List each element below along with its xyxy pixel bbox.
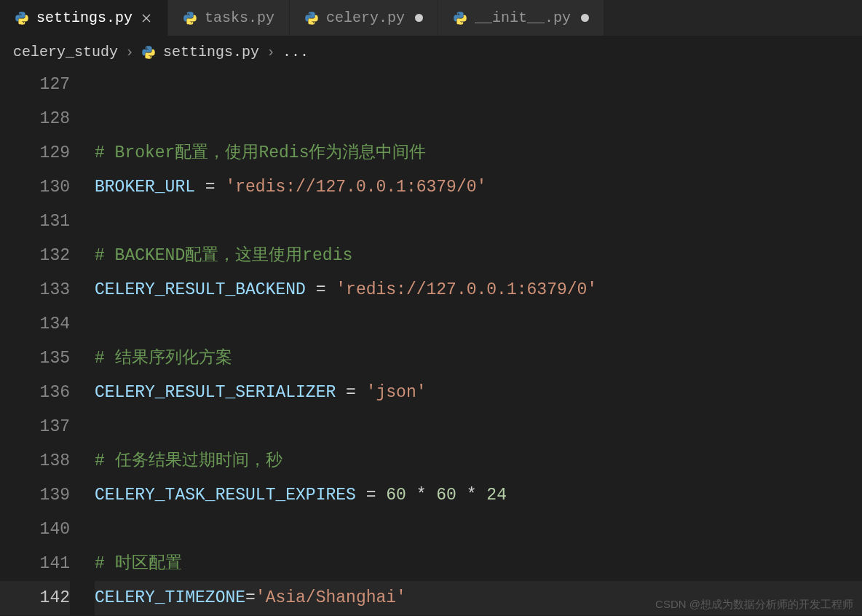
token-variable: CELERY_TIMEZONE xyxy=(95,588,245,607)
line-number: 133 xyxy=(0,273,70,307)
line-number: 128 xyxy=(0,102,70,136)
code-line[interactable]: CELERY_RESULT_BACKEND = 'redis://127.0.0… xyxy=(95,273,862,307)
python-file-icon xyxy=(453,11,467,25)
breadcrumb[interactable]: celery_study › settings.py › ... xyxy=(0,36,862,68)
code-line[interactable]: CELERY_TASK_RESULT_EXPIRES = 60 * 60 * 2… xyxy=(95,478,862,513)
code-line[interactable] xyxy=(95,102,862,136)
token-string: 'redis://127.0.0.1:6379/0' xyxy=(225,178,486,197)
line-number: 142 xyxy=(0,581,70,615)
token-operator: = xyxy=(245,588,256,607)
tab-tasks-py[interactable]: tasks.py xyxy=(168,0,290,36)
tab-label: celery.py xyxy=(326,9,405,26)
token-string: 'json' xyxy=(366,383,427,402)
code-line[interactable]: # 任务结果过期时间，秒 xyxy=(95,444,862,478)
close-icon[interactable] xyxy=(140,12,153,25)
line-number: 134 xyxy=(0,307,70,341)
python-file-icon xyxy=(183,10,197,26)
line-number: 136 xyxy=(0,376,70,410)
token-operator: * xyxy=(456,486,486,505)
chevron-right-icon: › xyxy=(125,44,134,60)
token-number: 60 xyxy=(436,486,456,505)
code-content[interactable]: # Broker配置，使用Redis作为消息中间件BROKER_URL = 'r… xyxy=(95,68,862,615)
code-line[interactable] xyxy=(95,307,862,341)
token-number: 60 xyxy=(386,486,406,505)
tab-settings-py[interactable]: settings.py xyxy=(0,0,168,36)
code-editor[interactable]: 1271281291301311321331341351361371381391… xyxy=(0,68,862,615)
token-comment: # Broker配置，使用Redis作为消息中间件 xyxy=(95,143,426,162)
code-line[interactable] xyxy=(95,68,862,102)
chevron-right-icon: › xyxy=(266,44,275,60)
python-file-icon xyxy=(183,11,197,25)
token-variable: CELERY_TASK_RESULT_EXPIRES xyxy=(95,486,356,505)
python-file-icon xyxy=(15,10,29,26)
code-line[interactable] xyxy=(95,513,862,547)
code-line[interactable]: BROKER_URL = 'redis://127.0.0.1:6379/0' xyxy=(95,170,862,205)
line-number: 135 xyxy=(0,341,70,376)
token-variable: CELERY_RESULT_SERIALIZER xyxy=(95,383,336,402)
line-number: 139 xyxy=(0,478,70,513)
python-file-icon xyxy=(453,10,467,26)
tab-celery-py[interactable]: celery.py xyxy=(290,0,438,36)
line-number: 129 xyxy=(0,136,70,170)
breadcrumb-folder[interactable]: celery_study xyxy=(13,44,118,60)
line-number: 131 xyxy=(0,205,70,239)
modified-indicator-icon xyxy=(581,14,589,22)
breadcrumb-more[interactable]: ... xyxy=(282,44,309,60)
python-file-icon xyxy=(15,11,29,25)
tab-label: __init__.py xyxy=(475,9,571,26)
code-line[interactable]: # Broker配置，使用Redis作为消息中间件 xyxy=(95,136,862,170)
token-number: 24 xyxy=(486,486,507,505)
line-number: 141 xyxy=(0,547,70,581)
code-line[interactable]: # 时区配置 xyxy=(95,547,862,581)
token-string: 'Asia/Shanghai' xyxy=(256,588,406,607)
token-operator: = xyxy=(306,280,336,299)
line-number-gutter: 1271281291301311321331341351361371381391… xyxy=(0,68,95,615)
token-string: 'redis://127.0.0.1:6379/0' xyxy=(336,280,597,299)
tab-__init__-py[interactable]: __init__.py xyxy=(438,0,604,36)
tab-label: tasks.py xyxy=(205,9,274,26)
tab-bar: settings.py tasks.py celery.py __init__.… xyxy=(0,0,862,36)
token-comment: # BACKEND配置，这里使用redis xyxy=(95,246,352,265)
code-line[interactable] xyxy=(95,205,862,239)
python-file-icon xyxy=(141,44,156,60)
token-variable: CELERY_RESULT_BACKEND xyxy=(95,280,306,299)
line-number: 127 xyxy=(0,68,70,102)
python-file-icon xyxy=(141,45,156,60)
python-file-icon xyxy=(304,10,319,26)
code-line[interactable] xyxy=(95,410,862,444)
token-variable: BROKER_URL xyxy=(95,178,195,197)
breadcrumb-file[interactable]: settings.py xyxy=(163,44,259,60)
code-line[interactable]: # BACKEND配置，这里使用redis xyxy=(95,239,862,273)
token-operator: * xyxy=(406,486,436,505)
code-line[interactable]: # 结果序列化方案 xyxy=(95,341,862,376)
line-number: 140 xyxy=(0,513,70,547)
token-comment: # 任务结果过期时间，秒 xyxy=(95,451,282,470)
token-comment: # 结果序列化方案 xyxy=(95,349,232,368)
watermark: CSDN @想成为数据分析师的开发工程师 xyxy=(655,598,853,612)
line-number: 130 xyxy=(0,170,70,205)
code-line[interactable]: CELERY_RESULT_SERIALIZER = 'json' xyxy=(95,376,862,410)
line-number: 138 xyxy=(0,444,70,478)
token-operator: = xyxy=(336,383,365,402)
token-comment: # 时区配置 xyxy=(95,554,182,573)
line-number: 132 xyxy=(0,239,70,273)
token-operator: = xyxy=(195,178,225,197)
python-file-icon xyxy=(304,11,319,25)
line-number: 137 xyxy=(0,410,70,444)
modified-indicator-icon xyxy=(415,14,423,22)
tab-label: settings.py xyxy=(36,9,133,26)
token-operator: = xyxy=(356,486,386,505)
